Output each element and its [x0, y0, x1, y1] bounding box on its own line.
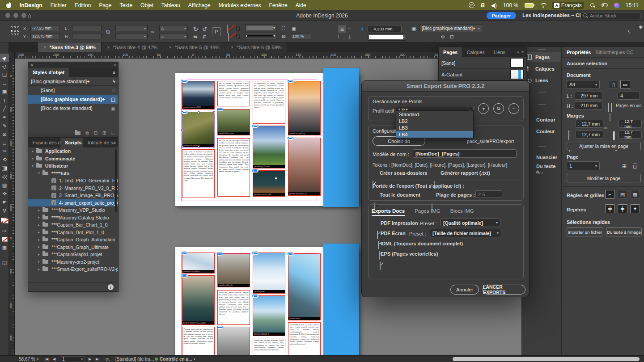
script-folder-row[interactable]: ▸***Captain_Graph_Ultimate: [28, 244, 118, 251]
y-field[interactable]: 123,75 mm: [30, 33, 60, 39]
blue-rectangle-object[interactable]: [323, 244, 359, 355]
copy-style-icon[interactable]: ⧉: [85, 130, 89, 136]
adobe-stock-search[interactable]: Adobe Stock: [580, 12, 640, 19]
link-badge-icon[interactable]: [252, 251, 258, 255]
battery-icon[interactable]: [525, 3, 534, 8]
align-right-icon[interactable]: ≡: [348, 25, 351, 30]
line-tool[interactable]: ╱: [0, 105, 9, 113]
stroke-flyout[interactable]: ›: [236, 34, 240, 39]
guides-toggle-button[interactable]: ╪: [605, 204, 615, 213]
gradient-tool[interactable]: [0, 164, 9, 173]
vertical-ruler[interactable]: 0 50 100 150 200 0 50 100 150: [9, 59, 15, 355]
link-badge-icon[interactable]: [252, 124, 258, 128]
duplicate-profile-button[interactable]: ⧉: [493, 103, 504, 114]
pdf-screen-checkbox[interactable]: [378, 241, 379, 249]
script-folder-row[interactable]: ▸***Captain_Bar_Chart_1_0: [28, 221, 118, 229]
script-folder-row[interactable]: ▾*****tuto: [28, 170, 118, 177]
doc-tab-4[interactable]: ✕*Sans titre-6 @ 59%: [225, 42, 288, 52]
direct-selection-tool[interactable]: ▷: [0, 62, 9, 71]
link-badge-icon[interactable]: [216, 252, 223, 256]
add-page-icon[interactable]: ⊞: [622, 164, 627, 169]
gear-icon[interactable]: ✱: [639, 25, 643, 30]
modify-page-button[interactable]: Modifier la page: [567, 174, 641, 182]
doc-tab-1[interactable]: ✕*Sans titre-3 @ 59%: [38, 42, 102, 52]
tab-links[interactable]: Liens: [489, 47, 510, 57]
pdf-print-preset-dropdown[interactable]: [Qualité optimale]▾: [441, 219, 500, 227]
volume-icon[interactable]: ◀): [491, 2, 497, 8]
dialog-titlebar[interactable]: Smart Export Suite PRO 2.3.2: [362, 81, 529, 92]
image-frame[interactable]: pexels-do-madero-: [182, 253, 215, 274]
preflight-menu-icon[interactable]: ⟳.: [106, 356, 110, 362]
formatting-affects-icons[interactable]: □T: [0, 227, 9, 235]
first-page-button[interactable]: |◀: [45, 356, 48, 362]
menu-aide[interactable]: Aide: [292, 2, 310, 8]
tab-pages-img[interactable]: Pages IMG: [415, 208, 441, 216]
panel-scrollbar[interactable]: [115, 149, 117, 212]
close-icon[interactable]: ✕: [30, 63, 34, 67]
orientation-landscape-button[interactable]: ▭: [620, 80, 630, 89]
dock-layers[interactable]: Calques: [522, 64, 561, 74]
image-frame[interactable]: pexels-dolomites-17: [288, 138, 321, 196]
pages-count-field[interactable]: 4: [618, 92, 640, 100]
stroke-swatch[interactable]: [228, 33, 229, 41]
tab-data-merge[interactable]: Fusion des d: [28, 138, 60, 147]
new-style-group-icon[interactable]: [75, 131, 80, 135]
tab-object-styles[interactable]: Styles d'objet: [28, 68, 69, 77]
rotate-ccw-icon[interactable]: ↺: [202, 26, 207, 32]
page-number-dropdown[interactable]: 1▾: [567, 161, 600, 170]
frame-tool[interactable]: ⊠: [0, 130, 9, 139]
close-icon[interactable]: ✕: [169, 46, 172, 50]
fill-swatch[interactable]: [227, 25, 228, 33]
image-frame[interactable]: pexels-ag-1b-ma-: [253, 126, 285, 168]
panel-menu-icon[interactable]: ≡: [521, 50, 524, 55]
tab-script-label[interactable]: Intitulé de s: [83, 138, 113, 147]
collapse-icon[interactable]: «: [114, 63, 116, 67]
screen-mode-button[interactable]: ◱: [0, 258, 9, 267]
auto-fit-icon[interactable]: ⊠: [282, 34, 286, 39]
link-badge-icon[interactable]: [287, 136, 294, 140]
script-file-row[interactable]: ƒ3- Smart_Image_Fill_PRO_v2_0...: [28, 192, 118, 199]
image-frame[interactable]: pexels-iane-: [288, 253, 321, 320]
image-frame[interactable]: pexels-valley-br: [217, 253, 250, 287]
image-frame[interactable]: pexels-traunm-1301: [182, 81, 215, 109]
script-folder-row[interactable]: ▸***CaptainGraph1-projet: [28, 251, 118, 258]
flip-vertical-icon[interactable]: ⇵: [202, 34, 206, 39]
apply-color-button[interactable]: [0, 235, 9, 244]
link-badge-icon[interactable]: [287, 80, 294, 83]
page-number-field[interactable]: 1▾: [60, 356, 85, 362]
script-folder-row[interactable]: ▸****Masonry_VDP_Studio: [28, 206, 118, 214]
script-folder-row[interactable]: ▸Application: [28, 147, 118, 155]
rotate-cw-icon[interactable]: ↻: [193, 26, 198, 32]
corner-options-icon[interactable]: ⌗: [360, 26, 363, 31]
rectangle-tool[interactable]: □: [0, 139, 9, 147]
style-row-graphic[interactable]: [Bloc graphique standard]+▢: [28, 95, 118, 104]
text-frame[interactable]: Fatum nor libempo stoctiam. Nihin des co…: [253, 338, 285, 355]
horizontal-scrollbar[interactable]: [453, 357, 640, 361]
link-margins-icon[interactable]: 8: [603, 127, 608, 130]
doc-height-field[interactable]: 210 mm: [575, 101, 602, 109]
facing-pages-checkbox[interactable]: [610, 113, 610, 122]
master-row-none[interactable]: [Sans]: [439, 57, 526, 69]
link-scale-icon[interactable]: ∞: [151, 29, 155, 34]
image-frame-selected[interactable]: pexels-nim-eta-rim: [182, 112, 215, 147]
close-icon[interactable]: ✕: [43, 46, 47, 50]
run-exports-button[interactable]: LANCER EXPORTS: [483, 285, 525, 295]
trash-icon[interactable]: ⊔: [111, 130, 114, 135]
scissors-tool[interactable]: ✂: [0, 147, 9, 156]
margin-bottom-field[interactable]: 12,7 mm: [576, 130, 603, 139]
close-icon[interactable]: ✕: [231, 46, 234, 50]
doc-width-field[interactable]: 297 mm: [575, 92, 602, 100]
pencil-tool[interactable]: ✎: [0, 122, 9, 130]
next-page-button[interactable]: ▶: [89, 356, 91, 362]
align-center-icon[interactable]: ≣: [338, 25, 346, 33]
margin-outside-field[interactable]: 12,7 mm: [619, 130, 642, 139]
prev-page-button[interactable]: ◀: [53, 356, 55, 362]
image-frame[interactable]: pexels-sunset-fog: [288, 81, 321, 135]
collapse-icon[interactable]: »: [517, 50, 519, 55]
lock-guides-button[interactable]: ╪: [618, 204, 627, 213]
menu-page[interactable]: Page: [95, 2, 115, 8]
gap-tool[interactable]: ↔: [0, 79, 9, 88]
menu-tableau[interactable]: Tableau: [157, 2, 184, 8]
document-grid-button[interactable]: ▦: [630, 190, 640, 199]
shear-angle-field[interactable]: ▱▾: [159, 33, 188, 39]
